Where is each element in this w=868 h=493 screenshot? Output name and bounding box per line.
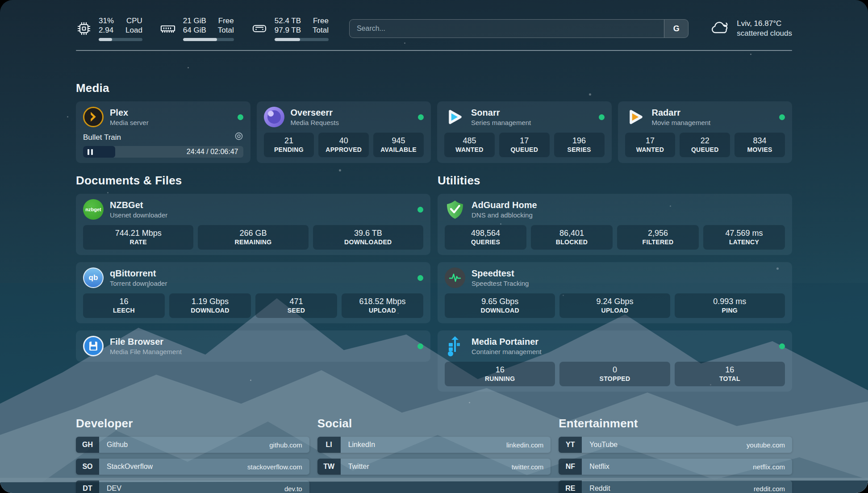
bookmark-abbr: GH [76,437,99,453]
bookmark-url: youtube.com [747,437,792,453]
header-divider [76,50,792,51]
bookmark-url: github.com [269,437,309,453]
ram-icon [159,21,176,37]
stat-upload: 9.24 Gbps UPLOAD [559,293,670,318]
overseerr-icon [264,107,284,127]
service-subtitle: DNS and adblocking [472,211,537,219]
service-card-nzbget[interactable]: nzbget NZBGet Usenet downloader 744.21 M… [76,194,430,255]
status-online-dot [417,207,423,213]
memory-progress-bar [183,38,234,41]
bookmark-name: YouTube [582,437,618,453]
cloud-icon [710,19,730,38]
service-card-adguard[interactable]: AdGuard Home DNS and adblocking 498,564 … [438,194,792,255]
service-subtitle: Container management [472,347,542,356]
bookmark-name: Netflix [582,459,609,475]
bookmark-row-reddit[interactable]: RE Reddit reddit.com [559,480,792,493]
stat-queued: 17 QUEUED [499,133,550,157]
stat-approved: 40 APPROVED [318,133,369,157]
stat-queries: 498,564 QUERIES [445,225,526,250]
service-title: AdGuard Home [472,200,537,210]
section-title-utilities: Utilities [438,174,792,188]
stat-series: 196 SERIES [554,133,605,157]
bookmark-url: twitter.com [512,459,551,475]
bookmark-row-linkedin[interactable]: LI LinkedIn linkedin.com [317,437,551,453]
dashboard: 31% 2.94 CPU Load [0,0,868,493]
service-card-radarr[interactable]: Radarr Movie management 17 WANTED 22 QUE… [618,101,793,163]
status-online-dot [779,343,785,349]
pause-icon [88,149,93,155]
cpu-load-label: Load [125,25,142,35]
service-card-filebrowser[interactable]: File Browser Media File Management [76,330,430,362]
service-subtitle: Movie management [652,118,711,127]
status-online-dot [599,114,605,120]
stat-download: 9.65 Gbps DOWNLOAD [445,293,555,318]
session-icon[interactable] [234,132,243,143]
stat-leech: 16 LEECH [83,293,165,318]
service-card-qbittorrent[interactable]: qb qBittorrent Torrent downloader 16 LEE… [76,262,430,323]
stat-queued: 22 QUEUED [680,133,730,157]
service-card-portainer[interactable]: Media Portainer Container management 16 … [438,330,792,392]
bookmark-abbr: DT [76,480,99,493]
bookmark-row-stackoverflow[interactable]: SO StackOverflow stackoverflow.com [76,459,309,475]
memory-free-label: Free [218,16,234,25]
stat-blocked: 86,401 BLOCKED [531,225,613,250]
bookmark-name: LinkedIn [341,437,376,453]
bookmark-row-youtube[interactable]: YT YouTube youtube.com [559,437,792,453]
cpu-percent: 31% [99,16,114,25]
weather-widget: Lviv, 16.87°C scattered clouds [710,19,792,38]
memory-total-value: 64 GiB [183,25,206,35]
service-title: Media Portainer [472,336,542,347]
service-card-speedtest[interactable]: Speedtest Speedtest Tracking 9.65 Gbps D… [438,262,792,323]
google-search-button[interactable]: G [664,20,688,38]
now-playing-title: Bullet Train [83,133,121,142]
stat-filtered: 2,956 FILTERED [617,225,699,250]
service-subtitle: Series management [471,118,531,127]
bookmark-abbr: RE [559,480,582,493]
bookmark-url: linkedin.com [506,437,551,453]
weather-location-temp: Lviv, 16.87°C [737,19,792,29]
cpu-label: CPU [125,16,142,25]
cpu-widget: 31% 2.94 CPU Load [76,16,142,41]
nzbget-icon: nzbget [83,199,104,220]
section-title-developer: Developer [76,417,309,430]
bookmark-row-dev[interactable]: DT DEV dev.to [76,480,309,493]
service-title: Speedtest [472,268,529,279]
bookmark-row-github[interactable]: GH Github github.com [76,437,309,453]
stat-available: 945 AVAILABLE [373,133,424,157]
stat-wanted: 17 WANTED [625,133,676,157]
service-card-plex[interactable]: Plex Media server Bullet Train [76,101,250,163]
stat-movies: 834 MOVIES [734,133,785,157]
service-title: NZBGet [110,200,167,210]
service-subtitle: Media File Management [110,347,182,356]
status-online-dot [779,114,785,120]
stat-stopped: 0 STOPPED [559,362,670,386]
memory-widget: 21 GiB 64 GiB Free Total [159,16,234,41]
bookmark-row-twitter[interactable]: TW Twitter twitter.com [317,459,551,475]
portainer-icon [445,336,465,356]
service-subtitle: Speedtest Tracking [472,279,529,288]
status-online-dot [417,343,423,349]
service-subtitle: Torrent downloader [110,279,167,288]
bookmark-row-netflix[interactable]: NF Netflix netflix.com [559,459,792,475]
bookmark-url: stackoverflow.com [247,459,309,475]
memory-total-label: Total [218,25,234,35]
weather-condition: scattered clouds [737,29,792,38]
qbittorrent-icon: qb [83,267,104,288]
stat-ping: 0.993 ms PING [675,293,785,318]
service-card-overseerr[interactable]: Overseerr Media Requests 21 PENDING 40 A… [257,101,431,163]
stat-upload: 618.52 Mbps UPLOAD [342,293,423,318]
stat-wanted: 485 WANTED [444,133,495,157]
status-online-dot [418,114,424,120]
service-card-sonarr[interactable]: Sonarr Series management 485 WANTED 17 Q… [437,101,612,163]
service-title: qBittorrent [110,268,167,279]
media-grid: Plex Media server Bullet Train [76,101,792,163]
status-online-dot [238,114,243,120]
disk-free-label: Free [313,16,329,25]
disk-total-label: Total [313,25,329,35]
section-title-social: Social [317,417,551,430]
stat-seed: 471 SEED [255,293,337,318]
search-input[interactable] [349,19,689,38]
section-title-entertainment: Entertainment [559,417,792,430]
stat-latency: 47.569 ms LATENCY [703,225,785,250]
bookmark-abbr: YT [559,437,582,453]
